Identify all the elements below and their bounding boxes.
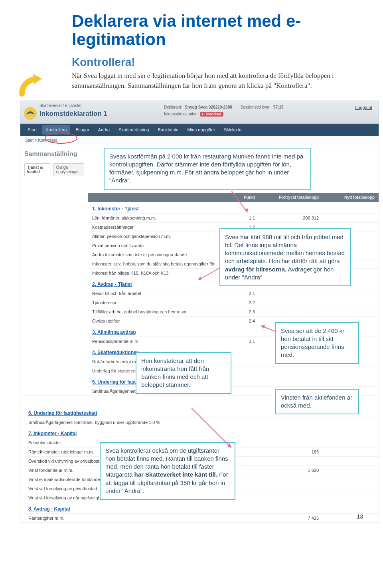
table-row: Lön, förmåner, sjukpenning m.m.1.1206 31… — [88, 213, 379, 222]
section-heading-kontrollera: Kontrollera! — [72, 56, 363, 69]
callout-utgiftsrantor: Svea kontrollerar också om de utgiftsrän… — [100, 442, 235, 500]
deklarant-label: Deklarant: — [164, 105, 182, 109]
menu-start[interactable]: Start — [24, 125, 40, 135]
table-row: Ränteutgifter m.m.7 425 — [24, 513, 379, 523]
col-fortryckt: Förtryckt totalbelopp — [259, 193, 323, 202]
section-7[interactable]: 7. Inkomster - Kapital — [24, 427, 379, 438]
menu-bankkonto[interactable]: Bankkonto — [154, 125, 182, 135]
menu-andra[interactable]: Ändra — [95, 125, 113, 135]
menu-mina-uppgifter[interactable]: Mina uppgifter — [184, 125, 218, 135]
status-badge-ej-inskickad: Ej inskickad — [200, 112, 224, 117]
breadcrumb: Start > Kontrollera — [20, 136, 379, 145]
arrow-icon — [18, 70, 46, 98]
app-screenshot: Skatteverket / e-tjänster Inkomstdeklara… — [20, 101, 379, 523]
intro-paragraph: När Svea loggat in med sin e-legitimatio… — [72, 71, 359, 91]
grid-header: Punkt Förtryckt totalbelopp Nytt totalbe… — [88, 193, 379, 202]
table-row: Tjänsteresor2.2 — [88, 298, 379, 307]
logout-link[interactable]: Logga ut — [355, 105, 372, 110]
section-1[interactable]: 1. Inkomster - Tjänst — [88, 202, 379, 213]
status-label: Inkomstdeklaration: — [164, 112, 199, 116]
table-row: Underlag för skattereduktion för gåva — [88, 366, 379, 375]
section-5[interactable]: 5. Underlag för fastighetsavgift — [88, 375, 379, 386]
menu-kontrollera[interactable]: Kontrollera — [42, 125, 70, 135]
menu-skicka-in[interactable]: Skicka in — [221, 125, 245, 135]
callout-aktiefond: Vinsten från aktiefonden är också med. — [275, 389, 359, 415]
col-punkt: Punkt — [231, 193, 259, 202]
topbar-breadcrumb: Skatteverket / e-tjänster — [39, 103, 82, 108]
callout-pensionssparande: Svea ser att de 2 400 kr hon betalat in … — [275, 322, 359, 364]
app-topbar: Skatteverket / e-tjänster Inkomstdeklara… — [20, 101, 379, 124]
tab-ovriga-upplysningar[interactable]: Övriga upplysningar — [53, 163, 84, 176]
session-label: Sessionstid kvar: — [241, 105, 271, 109]
callout-bilresor: Svea har kört 988 mil till och från jobb… — [219, 228, 351, 287]
menu-bilagor[interactable]: Bilagor — [72, 125, 92, 135]
sidebar: Sammanställning Tjänst & kapital Övriga … — [20, 145, 88, 396]
menu-skatteutrakning[interactable]: Skatteuträkning — [115, 125, 152, 135]
page-title: Deklarera via internet med e-legitimatio… — [72, 12, 363, 49]
section-8[interactable]: 8. Avdrag - Kapital — [24, 502, 379, 513]
session-value: 57:15 — [273, 105, 284, 109]
tab-tjanst-kapital[interactable]: Tjänst & kapital — [24, 163, 51, 176]
table-row: Småhus/Ägarlägenhet: tomtmark, byggnad u… — [24, 418, 379, 427]
page-number: 13 — [357, 513, 363, 520]
table-row: Tillfälligt arbete, dubbel bosättning oc… — [88, 307, 379, 316]
callout-inkomstranta: Hon konstaterar att den inkomstränta hon… — [136, 352, 231, 394]
topbar-title: Inkomstdeklaration 1 — [39, 110, 107, 118]
deklarant-value: Snygg Svea 920229-2380 — [185, 105, 232, 109]
table-row: Resor till och från arbetet2.1 — [88, 289, 379, 298]
main-menu: Start Kontrollera Bilagor Ändra Skatteut… — [20, 124, 379, 136]
sidebar-heading: Sammanställning — [24, 150, 84, 158]
skatteverket-logo-icon — [24, 107, 37, 120]
callout-kostforman: Sveas kostförmån på 2 000 kr från restau… — [104, 148, 311, 190]
col-nytt: Nytt totalbelopp — [323, 193, 379, 202]
